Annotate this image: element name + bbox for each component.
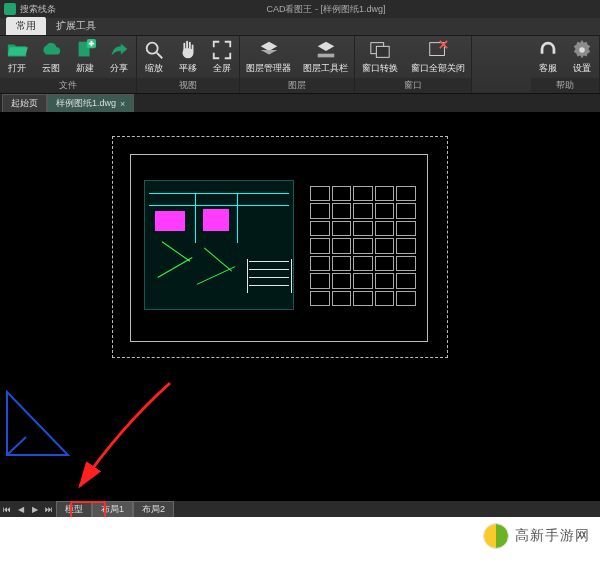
nav-first-icon[interactable]: ⏮ [0,502,14,516]
hand-icon [177,39,199,61]
zoom-label: 缩放 [145,62,163,75]
legend-symbol [375,273,395,288]
legend-symbol [375,203,395,218]
cloud-button[interactable]: 云图 [34,36,68,78]
legend-symbol [396,256,416,271]
folder-open-icon [6,39,28,61]
legend-symbol [353,221,373,236]
layout-tab-layout1[interactable]: 布局1 [92,501,133,518]
nav-prev-icon[interactable]: ◀ [14,502,28,516]
group-help: 客服 设置 帮助 [531,36,600,93]
legend-symbol [396,291,416,306]
legend-symbol [353,273,373,288]
legend-symbol [396,238,416,253]
window-switch-icon [369,39,391,61]
group-layer-label: 图层 [240,78,354,93]
layers-bar-icon [315,39,337,61]
legend-symbol [310,221,330,236]
doc-tab-start-label: 起始页 [11,97,38,110]
file-plus-icon [74,39,96,61]
ribbon-tab-common[interactable]: 常用 [6,17,46,35]
doc-tab-start[interactable]: 起始页 [2,94,47,112]
title-bar: 搜索线条 CAD看图王 - [样例图纸1.dwg] [0,0,600,18]
window-close-icon [427,39,449,61]
share-icon [108,39,130,61]
legend-symbol [396,203,416,218]
legend-symbol [332,256,352,271]
group-file-label: 文件 [0,78,136,93]
window-closeall-button[interactable]: 窗口全部关闭 [405,36,471,78]
doc-tab-file-label: 样例图纸1.dwg [56,97,116,110]
new-button[interactable]: 新建 [68,36,102,78]
layout-tab-bar: ⏮ ◀ ▶ ⏭ 模型 布局1 布局2 [0,501,600,517]
legend-symbol [353,256,373,271]
layers-stack-icon [258,39,280,61]
legend-symbol [332,238,352,253]
share-label: 分享 [110,62,128,75]
watermark-text: 高新手游网 [515,527,590,545]
legend-symbol [310,203,330,218]
titlebar-left-text: 搜索线条 [20,3,56,16]
group-file: 打开 云图 新建 分享 文件 [0,36,137,93]
wincloseall-label: 窗口全部关闭 [411,62,465,75]
watermark-logo-icon [483,523,509,549]
layermgr-label: 图层管理器 [246,62,291,75]
share-button[interactable]: 分享 [102,36,136,78]
ribbon-tab-extend[interactable]: 扩展工具 [46,17,106,35]
pan-label: 平移 [179,62,197,75]
legend-symbol [332,291,352,306]
layout-tab-model[interactable]: 模型 [56,501,92,518]
legend-symbol [396,273,416,288]
fullscreen-label: 全屏 [213,62,231,75]
group-help-label: 帮助 [531,78,599,93]
close-icon[interactable]: × [120,99,125,109]
open-button[interactable]: 打开 [0,36,34,78]
doc-tab-file[interactable]: 样例图纸1.dwg× [47,94,134,112]
drawing-canvas[interactable] [0,112,600,467]
cloud-icon [40,39,62,61]
svg-point-2 [147,43,158,54]
legend-symbol [310,238,330,253]
support-button[interactable]: 客服 [531,36,565,78]
settings-button[interactable]: 设置 [565,36,599,78]
zoom-button[interactable]: 缩放 [137,36,171,78]
legend-symbol [396,186,416,201]
layer-toolbar-button[interactable]: 图层工具栏 [297,36,354,78]
cloud-label: 云图 [42,62,60,75]
svg-rect-4 [317,54,334,58]
group-view: 缩放 平移 全屏 视图 [137,36,240,93]
nav-last-icon[interactable]: ⏭ [42,502,56,516]
group-window: 窗口转换 窗口全部关闭 窗口 [355,36,472,93]
legend-symbol [353,291,373,306]
layout-tab-layout2[interactable]: 布局2 [133,501,174,518]
legend-symbol [353,203,373,218]
svg-line-3 [157,53,163,59]
window-switch-button[interactable]: 窗口转换 [355,36,405,78]
fullscreen-icon [211,39,233,61]
pan-button[interactable]: 平移 [171,36,205,78]
layer-manager-button[interactable]: 图层管理器 [240,36,297,78]
legend-symbol-grid [310,186,416,306]
headset-icon [537,39,559,61]
nav-next-icon[interactable]: ▶ [28,502,42,516]
winswitch-label: 窗口转换 [362,62,398,75]
group-view-label: 视图 [137,78,239,93]
legend-symbol [375,186,395,201]
ucs-triangle-icon [2,387,72,459]
legend-symbol [332,273,352,288]
legend-symbol [375,256,395,271]
fullscreen-button[interactable]: 全屏 [205,36,239,78]
svg-rect-6 [376,46,389,57]
legend-symbol [310,186,330,201]
titlebar-center-text: CAD看图王 - [样例图纸1.dwg] [56,3,596,16]
settings-label: 设置 [573,62,591,75]
legend-symbol [396,221,416,236]
open-label: 打开 [8,62,26,75]
gear-icon [571,39,593,61]
legend-symbol [353,238,373,253]
legend-symbol [310,291,330,306]
legend-symbol [332,186,352,201]
magnifier-icon [143,39,165,61]
legend-symbol [353,186,373,201]
support-label: 客服 [539,62,557,75]
